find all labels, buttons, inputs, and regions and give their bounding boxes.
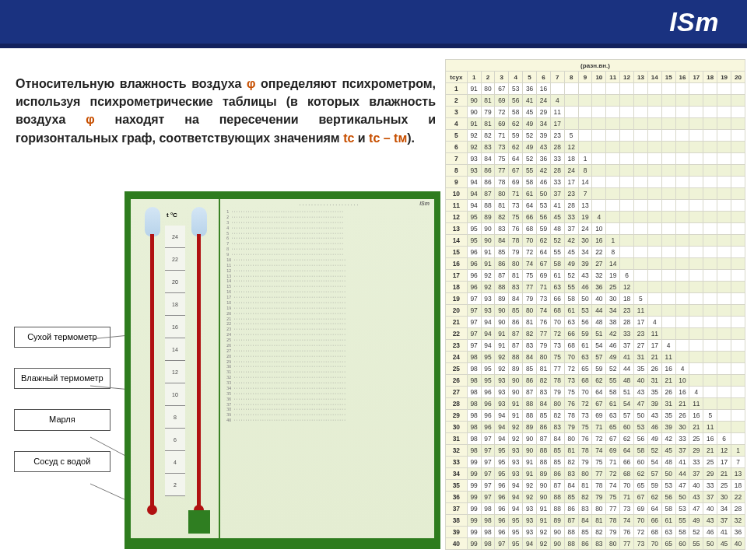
cell: 86 (564, 503, 578, 515)
cell (731, 398, 745, 410)
cell: 98 (467, 422, 481, 433)
cell (703, 95, 717, 107)
cell: 70 (578, 387, 592, 398)
cell: 91 (536, 515, 550, 527)
cell: 89 (495, 293, 509, 305)
cell: 86 (523, 375, 537, 387)
cell: 76 (536, 317, 550, 328)
cell (634, 235, 648, 247)
cell: 88 (564, 527, 578, 538)
cell: 17 (647, 340, 661, 352)
row-lead: 10 (446, 188, 468, 200)
cell: 54 (592, 340, 606, 352)
cell (703, 165, 717, 177)
cell: 83 (578, 503, 592, 515)
cell (634, 165, 648, 177)
cell: 1 (578, 153, 592, 165)
cell (731, 130, 745, 142)
cell: 67 (634, 492, 648, 503)
cell: 24 (536, 95, 550, 107)
cell: 93 (523, 527, 537, 538)
cell: 63 (578, 352, 592, 363)
cell: 67 (509, 165, 523, 177)
cell (717, 363, 731, 375)
cell: 94 (495, 433, 509, 445)
cell: 73 (564, 375, 578, 387)
cell: 85 (523, 363, 537, 375)
wet-rod (197, 234, 201, 507)
cell: 91 (536, 503, 550, 515)
cell: 32 (592, 270, 606, 282)
cell: 97 (467, 293, 481, 305)
cell: 80 (606, 538, 620, 550)
cell: 52 (564, 270, 578, 282)
cell: 42 (536, 165, 550, 177)
cell: 87 (564, 515, 578, 527)
cell (717, 305, 731, 317)
cell: 45 (661, 445, 675, 457)
cell: 98 (467, 375, 481, 387)
cell: 82 (550, 410, 564, 422)
scale-title: t °C (167, 212, 177, 219)
cell: 18 (731, 480, 745, 492)
row-lead: 40 (446, 538, 468, 550)
cell (661, 95, 675, 107)
cell (647, 165, 661, 177)
cell: 4 (647, 317, 661, 328)
cell (731, 258, 745, 270)
cell: 73 (634, 538, 648, 550)
cell: 82 (536, 375, 550, 387)
cell: 93 (509, 445, 523, 457)
cell (606, 212, 620, 223)
cell: 45 (717, 538, 731, 550)
cell: 79 (606, 527, 620, 538)
cell: 81 (495, 200, 509, 212)
cell: 77 (592, 468, 606, 480)
cell: 37 (564, 223, 578, 235)
cell: 80 (536, 352, 550, 363)
cell (689, 293, 703, 305)
cell (620, 188, 634, 200)
cell: 36 (523, 83, 537, 95)
cell: 17 (717, 457, 731, 468)
cell (620, 258, 634, 270)
cell: 76 (620, 527, 634, 538)
cell (634, 282, 648, 293)
cell (661, 235, 675, 247)
cell: 86 (509, 317, 523, 328)
cell: 36 (536, 153, 550, 165)
cell: 97 (495, 538, 509, 550)
cell: 16 (675, 387, 689, 398)
cell: 64 (647, 503, 661, 515)
cell (661, 83, 675, 95)
cell (731, 305, 745, 317)
cell: 80 (564, 433, 578, 445)
cell: 42 (606, 328, 620, 340)
col-head: 8 (564, 72, 578, 83)
cell: 14 (578, 177, 592, 188)
cell (689, 223, 703, 235)
cell: 55 (675, 515, 689, 527)
row-lead: 18 (446, 282, 468, 293)
cell (731, 223, 745, 235)
cell: 92 (495, 352, 509, 363)
cell (675, 107, 689, 118)
cell: 82 (592, 527, 606, 538)
cell (689, 177, 703, 188)
cell: 83 (592, 538, 606, 550)
cell: 16 (536, 83, 550, 95)
cell (675, 270, 689, 282)
cell (717, 118, 731, 130)
cell: 34 (606, 305, 620, 317)
cell: 83 (536, 387, 550, 398)
cell: 99 (467, 468, 481, 480)
cell: 52 (606, 363, 620, 375)
cell: 91 (467, 83, 481, 95)
cell (661, 258, 675, 270)
cell (675, 142, 689, 153)
cell: 94 (523, 538, 537, 550)
cell (661, 223, 675, 235)
cell: 54 (620, 398, 634, 410)
tick: 20 (165, 271, 185, 293)
cell: 99 (467, 515, 481, 527)
